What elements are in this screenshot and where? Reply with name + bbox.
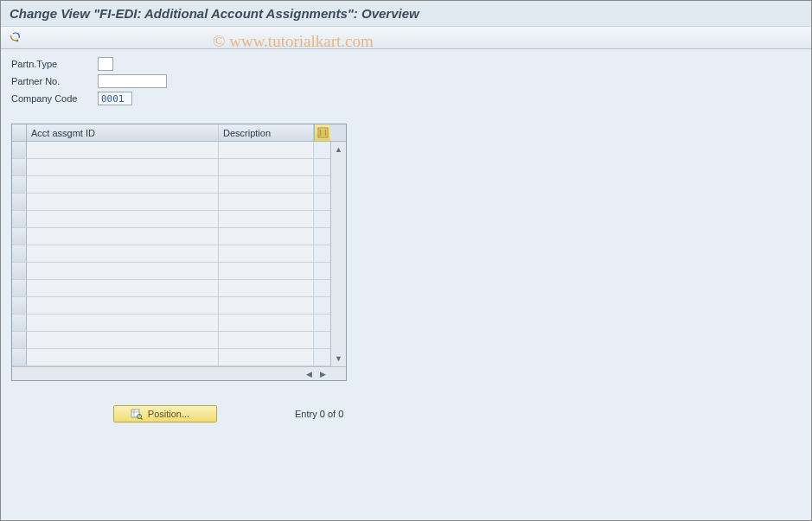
- vertical-scrollbar[interactable]: ▲ ▼: [330, 142, 346, 366]
- row-selector[interactable]: [12, 194, 27, 210]
- column-header-description[interactable]: Description: [219, 124, 314, 141]
- table-row: [12, 194, 330, 211]
- cell-acct-assgmt-id[interactable]: [27, 245, 219, 262]
- position-button-label: Position...: [148, 409, 189, 419]
- cell-acct-assgmt-id[interactable]: [27, 280, 219, 296]
- cell-acct-assgmt-id[interactable]: [27, 332, 219, 348]
- row-selector[interactable]: [12, 332, 27, 348]
- cell-description[interactable]: [219, 332, 314, 348]
- table-row: [12, 315, 330, 332]
- row-selector[interactable]: [12, 280, 27, 296]
- horizontal-scrollbar[interactable]: ◀ ▶: [12, 366, 346, 380]
- entry-counter: Entry 0 of 0: [295, 409, 343, 419]
- partner-no-label: Partner No.: [11, 76, 98, 86]
- toggle-display-change-icon[interactable]: [8, 30, 23, 46]
- row-selector[interactable]: [12, 245, 27, 262]
- cell-acct-assgmt-id[interactable]: [27, 315, 219, 331]
- table-row: [12, 297, 330, 315]
- row-selector[interactable]: [12, 297, 27, 314]
- svg-rect-2: [319, 130, 321, 137]
- table-row: [12, 211, 330, 228]
- cell-description[interactable]: [219, 315, 314, 331]
- company-code-input[interactable]: [98, 92, 132, 105]
- cell-description[interactable]: [219, 211, 314, 227]
- company-code-label: Company Code: [11, 93, 98, 104]
- row-selector[interactable]: [12, 349, 27, 365]
- cell-acct-assgmt-id[interactable]: [27, 176, 219, 193]
- scroll-up-icon[interactable]: ▲: [333, 143, 345, 156]
- position-button[interactable]: Position...: [113, 405, 217, 423]
- select-all-handle[interactable]: [12, 124, 27, 141]
- partn-type-label: Partn.Type: [11, 59, 98, 69]
- partn-type-input[interactable]: [98, 57, 113, 71]
- position-icon: [131, 408, 143, 420]
- cell-acct-assgmt-id[interactable]: [27, 263, 219, 279]
- cell-description[interactable]: [219, 280, 314, 296]
- table-row: [12, 228, 330, 245]
- table-row: [12, 176, 330, 194]
- footer: Position... Entry 0 of 0: [113, 405, 811, 423]
- toolbar: [1, 27, 811, 49]
- row-selector[interactable]: [12, 142, 27, 158]
- cell-description[interactable]: [219, 194, 314, 210]
- cell-description[interactable]: [219, 349, 314, 365]
- cell-description[interactable]: [219, 176, 314, 193]
- header-fields: Partn.Type Partner No. Company Code: [1, 49, 811, 111]
- row-selector[interactable]: [12, 159, 27, 175]
- cell-description[interactable]: [219, 228, 314, 245]
- page-title: Change View "FI-EDI: Additional Account …: [1, 1, 811, 27]
- scroll-right-icon[interactable]: ▶: [316, 368, 329, 380]
- table-row: [12, 280, 330, 297]
- svg-point-0: [16, 39, 19, 41]
- cell-acct-assgmt-id[interactable]: [27, 194, 219, 210]
- cell-description[interactable]: [219, 159, 314, 175]
- cell-acct-assgmt-id[interactable]: [27, 142, 219, 158]
- cell-acct-assgmt-id[interactable]: [27, 211, 219, 227]
- alv-grid: Acct assgmt ID Description ▲ ▼ ◀ ▶: [11, 124, 347, 381]
- cell-acct-assgmt-id[interactable]: [27, 159, 219, 175]
- svg-line-9: [141, 418, 143, 420]
- row-selector[interactable]: [12, 176, 27, 193]
- row-selector[interactable]: [12, 263, 27, 279]
- cell-description[interactable]: [219, 142, 314, 158]
- cell-acct-assgmt-id[interactable]: [27, 297, 219, 314]
- table-row: [12, 245, 330, 263]
- table-row: [12, 332, 330, 349]
- scroll-down-icon[interactable]: ▼: [333, 353, 345, 365]
- row-selector[interactable]: [12, 228, 27, 245]
- svg-rect-5: [131, 410, 139, 417]
- cell-acct-assgmt-id[interactable]: [27, 349, 219, 365]
- table-row: [12, 142, 330, 159]
- table-row: [12, 263, 330, 280]
- column-header-acct-assgmt-id[interactable]: Acct assgmt ID: [27, 124, 219, 141]
- row-selector[interactable]: [12, 315, 27, 331]
- cell-description[interactable]: [219, 245, 314, 262]
- cell-acct-assgmt-id[interactable]: [27, 228, 219, 245]
- svg-rect-3: [322, 130, 323, 137]
- table-row: [12, 349, 330, 366]
- table-settings-icon[interactable]: [314, 124, 330, 141]
- svg-rect-4: [324, 130, 326, 137]
- cell-description[interactable]: [219, 297, 314, 314]
- partner-no-input[interactable]: [98, 74, 167, 88]
- table-row: [12, 159, 330, 176]
- cell-description[interactable]: [219, 263, 314, 279]
- row-selector[interactable]: [12, 211, 27, 227]
- scroll-left-icon[interactable]: ◀: [303, 368, 315, 380]
